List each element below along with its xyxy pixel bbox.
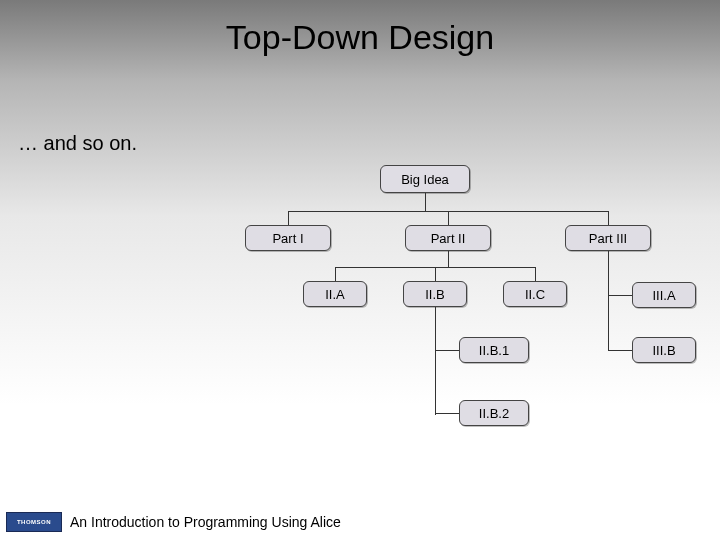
connector bbox=[448, 211, 449, 225]
connector bbox=[288, 211, 289, 225]
connector bbox=[335, 267, 336, 281]
connector bbox=[608, 251, 609, 351]
connector bbox=[608, 350, 632, 351]
node-iic: II.C bbox=[503, 281, 567, 307]
node-iib2: II.B.2 bbox=[459, 400, 529, 426]
slide-footer: THOMSON An Introduction to Programming U… bbox=[0, 512, 720, 532]
node-iiib: III.B bbox=[632, 337, 696, 363]
slide-subtext: … and so on. bbox=[18, 132, 137, 155]
connector bbox=[425, 193, 426, 211]
node-part2: Part II bbox=[405, 225, 491, 251]
connector bbox=[448, 251, 449, 267]
connector bbox=[435, 307, 436, 415]
node-part1: Part I bbox=[245, 225, 331, 251]
connector bbox=[608, 211, 609, 225]
footer-caption: An Introduction to Programming Using Ali… bbox=[70, 514, 341, 530]
node-iia: II.A bbox=[303, 281, 367, 307]
connector bbox=[435, 267, 436, 281]
connector bbox=[535, 267, 536, 281]
connector bbox=[608, 295, 632, 296]
hierarchy-diagram: Big Idea Part I Part II Part III II.A II… bbox=[0, 155, 720, 495]
node-iib: II.B bbox=[403, 281, 467, 307]
node-iiia: III.A bbox=[632, 282, 696, 308]
connector bbox=[435, 413, 459, 414]
node-root: Big Idea bbox=[380, 165, 470, 193]
publisher-logo-text: THOMSON bbox=[17, 519, 51, 525]
slide-title: Top-Down Design bbox=[0, 18, 720, 57]
node-iib1: II.B.1 bbox=[459, 337, 529, 363]
connector bbox=[435, 350, 459, 351]
publisher-logo: THOMSON bbox=[6, 512, 62, 532]
node-part3: Part III bbox=[565, 225, 651, 251]
